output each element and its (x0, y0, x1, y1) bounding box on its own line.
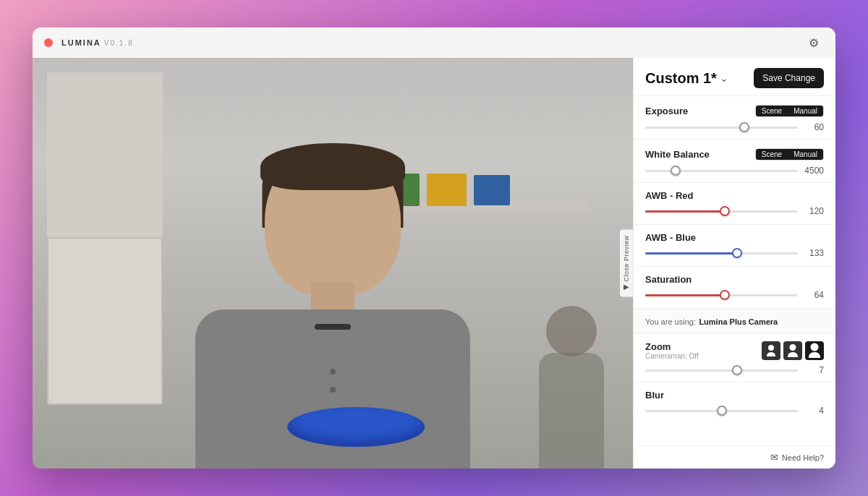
exposure-header: Exposure Scene Manual (645, 105, 824, 117)
zoom-person-icon-large[interactable] (805, 341, 824, 360)
white-balance-header: White Balance Scene Manual (645, 148, 824, 161)
white-balance-slider-row: 4500 (645, 165, 824, 176)
title-bar: LUMINAv0.1.8 ⚙ (33, 27, 835, 58)
saturation-value: 64 (804, 290, 824, 300)
close-button[interactable] (44, 38, 53, 47)
exposure-section: Exposure Scene Manual 60 (634, 96, 835, 140)
white-balance-label: White Balance (645, 149, 710, 160)
preset-selector: Custom 1* ⌄ (645, 70, 748, 87)
zoom-slider-row: 7 (645, 364, 824, 376)
preview-placeholder (33, 58, 633, 469)
close-preview-label: Close Preview (623, 235, 630, 281)
awb-red-value: 120 (804, 206, 824, 216)
blur-value: 4 (804, 406, 824, 416)
svg-point-2 (811, 343, 819, 351)
camera-info-prefix: You are using: (645, 317, 696, 326)
preset-name: Custom 1* (645, 70, 717, 87)
awb-red-section: AWB - Red 120 (634, 183, 835, 225)
svg-point-0 (768, 345, 774, 351)
footer-bar: ✉ Need Help? (634, 445, 835, 469)
zoom-label-group: Zoom Cameraman: Off (645, 341, 699, 360)
blur-section: Blur 4 (634, 382, 835, 422)
awb-red-label: AWB - Red (645, 190, 693, 201)
awb-blue-label: AWB - Blue (645, 232, 696, 243)
blur-slider[interactable] (645, 405, 798, 416)
exposure-slider-row: 60 (645, 121, 824, 133)
zoom-label: Zoom (645, 341, 699, 352)
need-help-label: Need Help? (782, 453, 824, 462)
awb-blue-section: AWB - Blue 133 (634, 225, 835, 267)
blur-header: Blur (645, 390, 824, 401)
white-balance-section: White Balance Scene Manual 4500 (634, 140, 835, 183)
exposure-toggle: Scene Manual (755, 105, 824, 117)
white-balance-value: 4500 (804, 166, 824, 176)
mail-icon: ✉ (770, 452, 778, 463)
need-help-link[interactable]: ✉ Need Help? (770, 452, 824, 463)
white-balance-slider[interactable] (645, 165, 798, 176)
saturation-section: Saturation 64 (634, 267, 835, 309)
zoom-person-icon-medium[interactable] (783, 341, 802, 360)
blur-label: Blur (645, 390, 664, 401)
wb-manual-btn[interactable]: Manual (788, 149, 823, 160)
panel-header: Custom 1* ⌄ Save Change (634, 58, 835, 96)
preview-area: Close Preview ▶ (33, 58, 633, 469)
awb-red-slider-row: 120 (645, 205, 824, 217)
awb-blue-header: AWB - Blue (645, 232, 824, 243)
svg-point-1 (790, 344, 796, 351)
awb-red-header: AWB - Red (645, 190, 824, 201)
saturation-slider-row: 64 (645, 289, 824, 301)
exposure-scene-btn[interactable]: Scene (756, 106, 788, 116)
awb-blue-slider-row: 133 (645, 247, 824, 259)
settings-icon[interactable]: ⚙ (804, 33, 824, 53)
awb-blue-value: 133 (804, 248, 824, 258)
person-icons (762, 341, 824, 360)
exposure-value: 60 (804, 122, 824, 132)
white-balance-toggle: Scene Manual (755, 148, 824, 161)
zoom-header: Zoom Cameraman: Off (645, 341, 824, 360)
preset-dropdown-icon[interactable]: ⌄ (720, 72, 728, 84)
exposure-label: Exposure (645, 106, 688, 116)
blur-slider-row: 4 (645, 405, 824, 416)
app-logo: LUMINAv0.1.8 (61, 38, 134, 47)
app-version: v0.1.8 (104, 39, 134, 47)
close-preview-tab[interactable]: Close Preview ▶ (620, 229, 633, 296)
wb-scene-btn[interactable]: Scene (756, 149, 788, 160)
camera-info-name: Lumina Plus Camera (699, 317, 778, 326)
app-window: LUMINAv0.1.8 ⚙ (33, 27, 835, 469)
zoom-sublabel: Cameraman: Off (645, 352, 699, 360)
zoom-value: 7 (804, 365, 824, 375)
saturation-label: Saturation (645, 274, 692, 285)
zoom-section: Zoom Cameraman: Off (634, 334, 835, 382)
exposure-manual-btn[interactable]: Manual (788, 106, 823, 116)
awb-blue-slider[interactable] (645, 247, 798, 259)
zoom-person-icon-small[interactable] (762, 341, 780, 360)
exposure-slider[interactable] (645, 121, 798, 133)
awb-red-slider[interactable] (645, 205, 798, 217)
saturation-slider[interactable] (645, 289, 798, 301)
save-change-button[interactable]: Save Change (754, 68, 824, 88)
camera-info-bar: You are using: Lumina Plus Camera (634, 309, 835, 334)
zoom-slider[interactable] (645, 364, 798, 376)
right-panel: Custom 1* ⌄ Save Change Exposure Scene M… (633, 58, 835, 469)
close-preview-arrow-icon: ▶ (624, 283, 629, 291)
saturation-header: Saturation (645, 274, 824, 285)
content-area: Close Preview ▶ Custom 1* ⌄ Save Change … (33, 58, 835, 469)
